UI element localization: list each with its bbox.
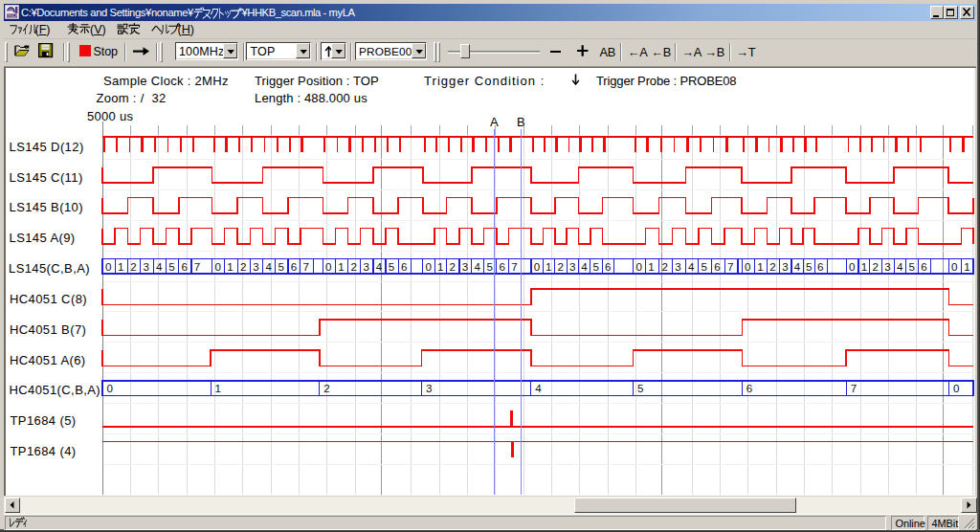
- svg-text:1: 1: [648, 260, 654, 273]
- svg-text:3: 3: [675, 260, 680, 273]
- svg-text:1: 1: [118, 260, 123, 273]
- svg-text:2: 2: [240, 260, 246, 273]
- svg-text:6: 6: [182, 260, 188, 273]
- svg-text:4: 4: [581, 260, 588, 273]
- svg-text:3: 3: [144, 260, 149, 273]
- svg-text:6: 6: [291, 260, 297, 273]
- svg-text:4: 4: [156, 260, 163, 273]
- svg-text:0: 0: [849, 260, 855, 273]
- svg-text:3: 3: [782, 260, 788, 273]
- svg-text:1: 1: [546, 260, 551, 273]
- svg-text:0: 0: [953, 382, 959, 394]
- svg-text:7: 7: [303, 260, 309, 273]
- svg-text:5: 5: [593, 260, 599, 273]
- svg-text:0: 0: [107, 382, 113, 394]
- svg-text:7: 7: [851, 382, 857, 394]
- svg-text:4: 4: [266, 260, 273, 273]
- svg-text:3: 3: [569, 260, 575, 273]
- svg-text:5: 5: [389, 260, 394, 273]
- svg-text:0: 0: [325, 260, 331, 273]
- svg-text:0: 0: [635, 260, 641, 273]
- svg-text:0: 0: [951, 260, 957, 273]
- svg-text:3: 3: [364, 260, 369, 273]
- svg-text:4: 4: [475, 260, 481, 273]
- svg-text:1: 1: [964, 260, 969, 273]
- svg-text:5: 5: [702, 260, 707, 273]
- svg-text:6: 6: [605, 260, 611, 273]
- svg-text:2: 2: [873, 260, 879, 273]
- svg-text:5: 5: [278, 260, 284, 273]
- svg-text:4: 4: [535, 382, 542, 394]
- svg-text:2: 2: [450, 260, 456, 273]
- svg-text:6: 6: [746, 382, 752, 394]
- svg-text:7: 7: [194, 260, 200, 273]
- svg-text:2: 2: [661, 260, 667, 273]
- svg-text:5: 5: [909, 260, 915, 273]
- svg-text:5: 5: [806, 260, 812, 273]
- svg-text:5: 5: [486, 260, 492, 273]
- svg-text:1: 1: [227, 260, 233, 273]
- svg-text:5: 5: [168, 260, 174, 273]
- svg-text:1: 1: [757, 260, 763, 273]
- svg-text:2: 2: [350, 260, 356, 273]
- svg-text:4: 4: [897, 260, 903, 273]
- svg-text:4: 4: [688, 260, 695, 273]
- svg-text:1: 1: [338, 260, 344, 273]
- svg-text:0: 0: [214, 260, 220, 273]
- svg-text:6: 6: [500, 260, 505, 273]
- svg-text:0: 0: [534, 260, 540, 273]
- svg-text:1: 1: [861, 260, 867, 273]
- svg-text:2: 2: [130, 260, 136, 273]
- svg-text:1: 1: [437, 260, 443, 273]
- svg-text:7: 7: [727, 260, 733, 273]
- svg-text:6: 6: [817, 260, 823, 273]
- svg-text:6: 6: [401, 260, 407, 273]
- svg-text:7: 7: [511, 260, 517, 273]
- svg-text:0: 0: [105, 260, 111, 273]
- svg-text:4: 4: [794, 260, 801, 273]
- svg-text:2: 2: [769, 260, 775, 273]
- svg-text:5: 5: [637, 382, 643, 394]
- svg-text:3: 3: [884, 260, 890, 273]
- svg-text:0: 0: [745, 260, 750, 273]
- svg-text:4: 4: [376, 260, 383, 273]
- svg-text:1: 1: [215, 382, 221, 394]
- svg-text:0: 0: [426, 260, 432, 273]
- svg-text:2: 2: [558, 260, 564, 273]
- svg-text:3: 3: [462, 260, 468, 273]
- svg-text:2: 2: [323, 382, 329, 394]
- svg-text:3: 3: [426, 382, 432, 394]
- svg-text:6: 6: [921, 260, 926, 273]
- svg-text:6: 6: [714, 260, 720, 273]
- svg-text:3: 3: [253, 260, 258, 273]
